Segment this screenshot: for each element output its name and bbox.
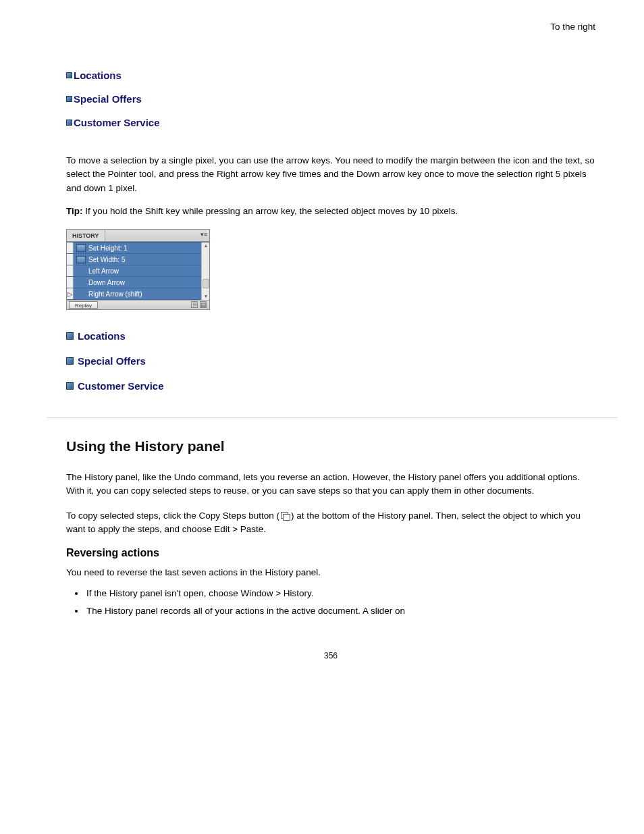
nav-item-customer-service[interactable]: Customer Service <box>66 117 595 128</box>
row-gutter <box>67 242 74 253</box>
replay-button[interactable]: Replay <box>69 301 98 309</box>
history-row[interactable]: Down Arrow <box>67 277 201 288</box>
row-gutter <box>67 265 74 276</box>
instruction-list: If the History panel isn't open, choose … <box>66 585 595 619</box>
nav-label: Locations <box>74 70 122 81</box>
row-label: Down Arrow <box>88 279 125 286</box>
row-label: Set Height: 1 <box>88 244 128 252</box>
nav-item-locations[interactable]: Locations <box>66 330 595 342</box>
list-item: If the History panel isn't open, choose … <box>85 585 595 602</box>
paragraph-move-selection: To move a selection by a single pixel, y… <box>66 154 595 195</box>
save-steps-icon[interactable]: ▤ <box>200 301 207 308</box>
nav-group-1: Locations Special Offers Customer Servic… <box>66 70 595 128</box>
header-right: To the right <box>66 22 595 32</box>
nav-label: Customer Service <box>74 117 160 128</box>
list-item: The History panel records all of your ac… <box>85 602 595 620</box>
scroll-down-icon[interactable]: ▾ <box>203 293 209 300</box>
paragraph-tip: Tip: If you hold the Shift key while pre… <box>66 205 595 218</box>
scroll-thumb[interactable] <box>203 279 209 288</box>
bullet-icon <box>66 96 72 102</box>
history-row[interactable]: ▷ Right Arrow (shift) <box>67 288 201 300</box>
nav-label: Locations <box>78 330 126 342</box>
bullet-icon <box>66 382 74 390</box>
row-gutter: ▷ <box>67 288 74 299</box>
panel-list: Set Height: 1 Set Width: 5 Left Arrow Do… <box>67 242 209 300</box>
nav-item-customer-service[interactable]: Customer Service <box>66 380 595 392</box>
paragraph-history-intro: The History panel, like the Undo command… <box>66 471 595 498</box>
tip-label: Tip: <box>66 206 83 216</box>
history-panel: HISTORY ▾≡ Set Height: 1 Set Width: 5 Le… <box>66 229 210 310</box>
bullet-icon <box>66 120 72 126</box>
heading-reversing-actions: Reversing actions <box>66 547 595 559</box>
row-gutter <box>67 277 74 288</box>
scroll-up-icon[interactable]: ▴ <box>203 242 209 249</box>
tip-text: If you hold the Shift key while pressing… <box>83 206 458 216</box>
section-divider <box>47 417 617 418</box>
copy-steps-inline-icon <box>281 512 290 520</box>
heading-history-panel: Using the History panel <box>66 438 595 454</box>
row-label: Left Arrow <box>88 267 119 275</box>
history-row[interactable]: Left Arrow <box>67 265 201 277</box>
row-gutter <box>67 254 74 265</box>
panel-tabbar: HISTORY ▾≡ <box>67 230 209 242</box>
page-number: 356 <box>66 651 595 660</box>
text-before-icon: To copy selected steps, click the Copy S… <box>66 511 279 521</box>
paragraph-copy-steps: To copy selected steps, click the Copy S… <box>66 509 595 537</box>
row-label: Right Arrow (shift) <box>88 290 142 298</box>
bullet-icon <box>66 357 74 365</box>
row-label: Set Width: 5 <box>88 256 125 263</box>
nav-item-special-offers[interactable]: Special Offers <box>66 355 595 367</box>
nav-item-locations[interactable]: Locations <box>66 70 595 81</box>
nav-label: Special Offers <box>74 93 142 105</box>
nav-label: Special Offers <box>78 355 146 367</box>
bullet-icon <box>66 332 74 340</box>
row-icon <box>76 256 86 263</box>
nav-label: Customer Service <box>78 380 164 392</box>
current-pointer-icon: ▷ <box>68 290 73 298</box>
row-icon <box>76 244 86 252</box>
history-row[interactable]: Set Width: 5 <box>67 254 201 265</box>
copy-steps-icon[interactable]: ⎘ <box>191 301 198 308</box>
paragraph-reverse-seven: You need to reverse the last seven actio… <box>66 566 595 579</box>
scrollbar[interactable]: ▴ ▾ <box>201 242 209 300</box>
panel-menu-icon[interactable]: ▾≡ <box>200 231 207 238</box>
bullet-icon <box>66 72 72 78</box>
history-tab[interactable]: HISTORY <box>67 230 105 241</box>
nav-group-2: Locations Special Offers Customer Servic… <box>66 330 595 392</box>
nav-item-special-offers[interactable]: Special Offers <box>66 93 595 105</box>
history-row[interactable]: Set Height: 1 <box>67 242 201 254</box>
panel-footer: Replay ⎘ ▤ <box>67 300 209 309</box>
